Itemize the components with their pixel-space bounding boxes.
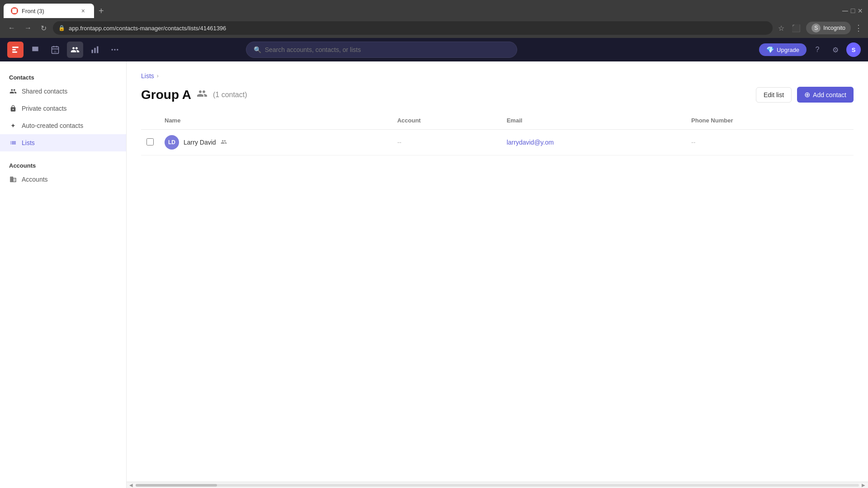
search-input[interactable] bbox=[265, 46, 509, 53]
incognito-button[interactable]: S Incognito bbox=[806, 22, 851, 34]
phone-cell: -- bbox=[686, 130, 854, 155]
name-cell: LD Larry David bbox=[159, 130, 392, 155]
shared-contact-icon bbox=[221, 139, 227, 146]
svg-point-8 bbox=[112, 49, 113, 50]
new-tab-button[interactable]: + bbox=[94, 6, 108, 16]
more-options-icon[interactable] bbox=[107, 42, 123, 58]
sidebar-item-auto-contacts-label: Auto-created contacts bbox=[22, 122, 83, 129]
account-column-header: Account bbox=[392, 113, 501, 130]
extensions-icon[interactable]: ⬛ bbox=[790, 22, 802, 34]
bookmark-icon[interactable]: ☆ bbox=[776, 22, 786, 34]
sidebar-item-private-contacts-label: Private contacts bbox=[22, 105, 67, 112]
sidebar-item-lists[interactable]: Lists bbox=[0, 134, 126, 151]
page-title-area: Group A (1 contact) bbox=[141, 88, 247, 102]
page-title: Group A bbox=[141, 88, 191, 102]
sidebar-item-shared-contacts[interactable]: Shared contacts bbox=[0, 83, 126, 100]
app-logo[interactable] bbox=[7, 42, 24, 58]
sidebar-item-auto-contacts[interactable]: ✦ Auto-created contacts bbox=[0, 117, 126, 134]
breadcrumb[interactable]: Lists › bbox=[141, 72, 854, 80]
scrollbar-track bbox=[136, 484, 859, 487]
inbox-icon[interactable] bbox=[27, 42, 43, 58]
lock-icon bbox=[9, 104, 17, 113]
app-toolbar: 31 🔍 💎 Upgrade ? ⚙ S bbox=[0, 38, 868, 61]
browser-tab-title: Front (3) bbox=[22, 8, 76, 14]
address-text: app.frontapp.com/contacts-manager/contac… bbox=[69, 25, 226, 32]
search-bar[interactable]: 🔍 bbox=[246, 42, 517, 58]
contacts-section-label: Contacts bbox=[0, 70, 126, 83]
sparkle-icon: ✦ bbox=[9, 122, 17, 130]
edit-list-button[interactable]: Edit list bbox=[756, 87, 792, 103]
calendar-icon[interactable]: 31 bbox=[47, 42, 63, 58]
scroll-right-arrow[interactable]: ▶ bbox=[859, 483, 868, 488]
email-link[interactable]: larrydavid@y.om bbox=[507, 139, 554, 146]
name-column-header: Name bbox=[159, 113, 392, 130]
contacts-nav-icon[interactable] bbox=[67, 42, 83, 58]
svg-rect-5 bbox=[92, 50, 93, 53]
main-layout: Contacts Shared contacts Private contact… bbox=[0, 61, 868, 488]
minimize-button[interactable]: ─ bbox=[842, 6, 848, 16]
svg-point-10 bbox=[117, 49, 118, 50]
forward-button[interactable]: → bbox=[22, 22, 34, 34]
close-button[interactable]: × bbox=[858, 6, 863, 16]
contact-name: Larry David bbox=[184, 139, 216, 146]
contacts-table: Name Account Email Phone Number LD bbox=[141, 113, 854, 155]
search-icon: 🔍 bbox=[254, 46, 261, 53]
diamond-icon: 💎 bbox=[766, 46, 774, 53]
incognito-avatar: S bbox=[811, 23, 821, 33]
refresh-button[interactable]: ↻ bbox=[38, 22, 49, 34]
add-icon: ⊕ bbox=[804, 90, 810, 99]
sidebar-item-accounts-label: Accounts bbox=[22, 176, 48, 183]
phone-column-header: Phone Number bbox=[686, 113, 854, 130]
sidebar-item-lists-label: Lists bbox=[22, 139, 35, 146]
row-checkbox-cell bbox=[141, 130, 159, 155]
browser-favicon bbox=[11, 7, 18, 14]
scrollbar-thumb[interactable] bbox=[136, 484, 217, 487]
list-icon bbox=[9, 139, 17, 147]
browser-tab-close[interactable]: × bbox=[80, 6, 87, 15]
sidebar-item-private-contacts[interactable]: Private contacts bbox=[0, 100, 126, 117]
svg-text:31: 31 bbox=[54, 50, 57, 53]
browser-more-icon[interactable]: ⋮ bbox=[854, 23, 863, 33]
header-actions: Edit list ⊕ Add contact bbox=[756, 87, 854, 103]
group-icon bbox=[197, 88, 208, 101]
email-column-header: Email bbox=[501, 113, 686, 130]
account-cell: -- bbox=[392, 130, 501, 155]
row-checkbox[interactable] bbox=[146, 138, 154, 145]
maximize-button[interactable]: □ bbox=[851, 7, 855, 15]
breadcrumb-separator: › bbox=[157, 73, 159, 79]
scroll-left-arrow[interactable]: ◀ bbox=[127, 483, 136, 488]
back-button[interactable]: ← bbox=[5, 22, 18, 34]
lock-icon: 🔒 bbox=[58, 25, 65, 31]
people-icon bbox=[9, 87, 17, 95]
user-avatar[interactable]: S bbox=[846, 42, 861, 57]
breadcrumb-parent[interactable]: Lists bbox=[141, 72, 154, 80]
table-row[interactable]: LD Larry David -- larrydavid@y.om bbox=[141, 130, 854, 155]
settings-icon[interactable]: ⚙ bbox=[828, 42, 843, 57]
email-cell: larrydavid@y.om bbox=[501, 130, 686, 155]
sidebar-item-shared-contacts-label: Shared contacts bbox=[22, 88, 67, 95]
content-area: Lists › Group A (1 contact) Edit list ⊕ … bbox=[127, 61, 868, 488]
add-contact-label: Add contact bbox=[813, 91, 846, 99]
analytics-icon[interactable] bbox=[87, 42, 103, 58]
horizontal-scrollbar[interactable]: ◀ ▶ bbox=[127, 482, 868, 488]
svg-point-9 bbox=[114, 49, 115, 50]
add-contact-button[interactable]: ⊕ Add contact bbox=[797, 87, 854, 103]
sidebar: Contacts Shared contacts Private contact… bbox=[0, 61, 127, 488]
incognito-label: Incognito bbox=[823, 25, 845, 31]
address-bar[interactable]: 🔒 app.frontapp.com/contacts-manager/cont… bbox=[53, 21, 773, 35]
contact-count: (1 contact) bbox=[213, 91, 247, 99]
svg-rect-7 bbox=[97, 47, 98, 53]
accounts-section-label: Accounts bbox=[0, 159, 126, 171]
sidebar-item-accounts[interactable]: Accounts bbox=[0, 171, 126, 188]
building-icon bbox=[9, 175, 17, 183]
checkbox-column-header bbox=[141, 113, 159, 130]
help-icon[interactable]: ? bbox=[810, 42, 825, 57]
upgrade-button[interactable]: 💎 Upgrade bbox=[759, 43, 807, 56]
page-header: Group A (1 contact) Edit list ⊕ Add cont… bbox=[141, 87, 854, 103]
svg-rect-6 bbox=[94, 48, 95, 53]
contact-avatar: LD bbox=[165, 135, 179, 150]
